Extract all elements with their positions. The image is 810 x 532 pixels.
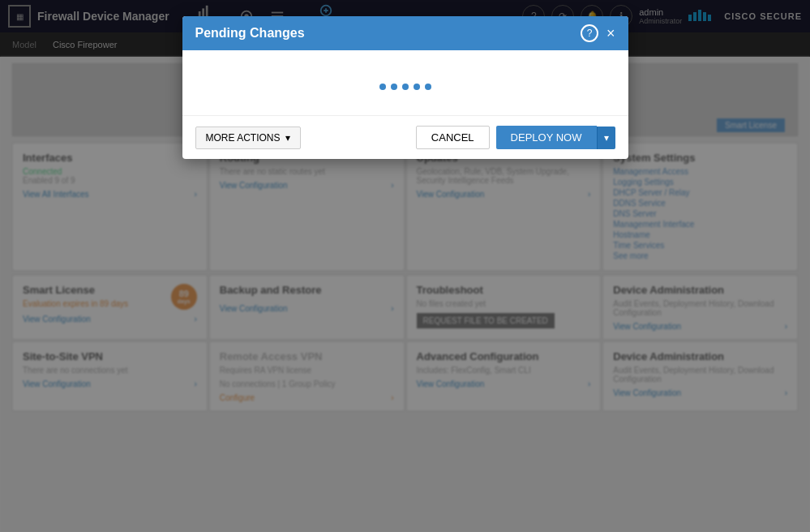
pending-changes-modal: Pending Changes ? × MORE ACTIONS ▾ — [182, 16, 628, 159]
dot-3 — [402, 84, 409, 90]
loading-indicator — [379, 84, 431, 90]
deploy-now-button[interactable]: DEPLOY NOW — [496, 126, 597, 149]
cancel-button[interactable]: CANCEL — [416, 126, 490, 149]
modal-footer: MORE ACTIONS ▾ CANCEL DEPLOY NOW ▾ ↑ — [182, 115, 628, 159]
dot-2 — [391, 84, 397, 90]
dot-5 — [425, 84, 431, 90]
help-icon: ? — [587, 28, 593, 39]
modal-title: Pending Changes — [195, 26, 305, 41]
deploy-caret-button[interactable]: ▾ — [597, 127, 615, 149]
deploy-group: DEPLOY NOW ▾ ↑ — [496, 126, 615, 149]
more-actions-label: MORE ACTIONS — [206, 132, 281, 144]
arrow-indicator: ↑ — [594, 150, 616, 159]
more-actions-chevron: ▾ — [285, 132, 290, 144]
modal-help-btn[interactable]: ? — [581, 24, 598, 42]
dot-1 — [379, 84, 386, 90]
modal-header-controls: ? × — [581, 24, 615, 42]
modal-close-btn[interactable]: × — [606, 26, 615, 41]
modal-header: Pending Changes ? × — [182, 16, 628, 50]
modal-body — [182, 50, 628, 115]
modal-overlay: Pending Changes ? × MORE ACTIONS ▾ — [0, 0, 810, 532]
dot-4 — [414, 84, 420, 90]
footer-right: CANCEL DEPLOY NOW ▾ ↑ — [416, 126, 615, 149]
more-actions-button[interactable]: MORE ACTIONS ▾ — [195, 127, 301, 149]
